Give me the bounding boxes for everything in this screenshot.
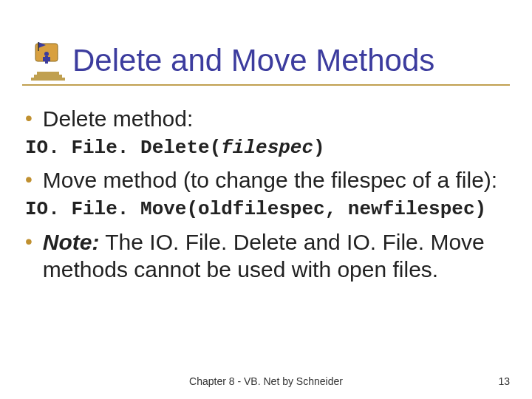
- slide-header: Delete and Move Methods: [0, 0, 532, 78]
- slide: Delete and Move Methods • Delete method:…: [0, 0, 532, 399]
- bullet-dot-icon: •: [25, 228, 33, 255]
- code-text: IO. File. Delete(: [25, 137, 221, 159]
- slide-content: • Delete method: IO. File. Delete(filesp…: [0, 86, 532, 284]
- bullet-text: Move method (to change the filespec of a…: [43, 166, 497, 194]
- svg-rect-3: [45, 56, 48, 64]
- code-param: filespec: [221, 137, 313, 159]
- svg-rect-6: [31, 78, 65, 81]
- code-text: ): [313, 137, 325, 159]
- svg-point-2: [44, 52, 49, 56]
- slide-title: Delete and Move Methods: [72, 43, 510, 78]
- note-label: Note:: [43, 230, 100, 254]
- bullet-delete-method: • Delete method:: [25, 105, 507, 133]
- bullet-dot-icon: •: [25, 166, 33, 193]
- bullet-text: Note: The IO. File. Delete and IO. File.…: [43, 228, 507, 284]
- code-move: IO. File. Move(oldfilespec, newfilespec): [25, 197, 507, 222]
- bullet-text: Delete method:: [43, 105, 193, 133]
- page-number: 13: [498, 375, 510, 387]
- svg-rect-7: [34, 75, 62, 78]
- svg-rect-8: [37, 72, 59, 75]
- footer-text: Chapter 8 - VB. Net by Schneider: [0, 375, 532, 387]
- bullet-move-method: • Move method (to change the filespec of…: [25, 166, 507, 194]
- bullet-note: • Note: The IO. File. Delete and IO. Fil…: [25, 228, 507, 284]
- svg-rect-4: [43, 57, 45, 61]
- bullet-dot-icon: •: [25, 105, 33, 132]
- note-text: The IO. File. Delete and IO. File. Move …: [43, 230, 485, 282]
- code-delete: IO. File. Delete(filespec): [25, 136, 507, 161]
- logo-icon: [30, 41, 66, 81]
- svg-rect-5: [48, 57, 50, 61]
